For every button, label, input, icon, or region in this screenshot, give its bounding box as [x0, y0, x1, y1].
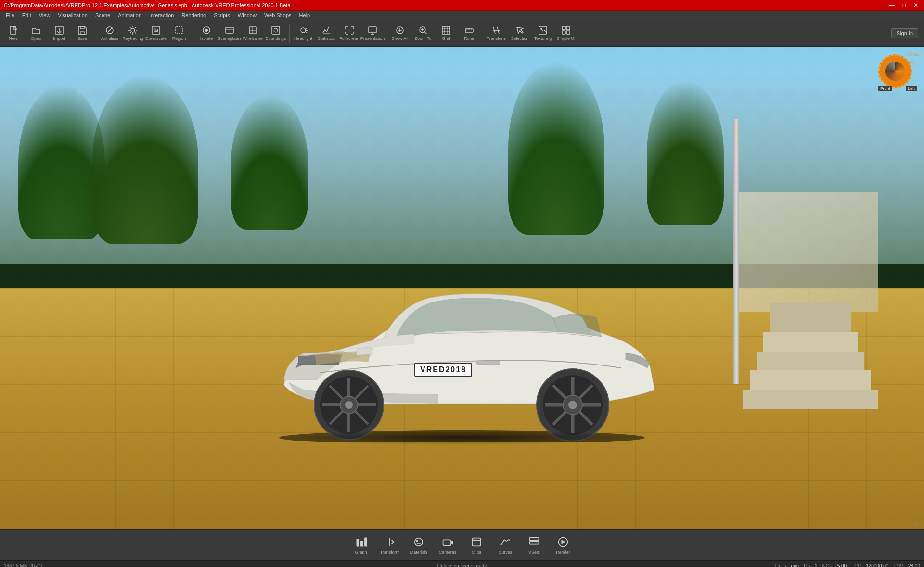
- toolbar-btn-open[interactable]: Open: [25, 22, 47, 45]
- tree-4: [508, 62, 604, 235]
- toolbar-btn-zoomto[interactable]: Zoom To: [412, 22, 434, 45]
- svg-rect-44: [357, 539, 359, 547]
- nav-cube[interactable]: HOME ⌂ Front Left: [876, 52, 919, 95]
- toolbar-btn-ruler[interactable]: Ruler: [458, 22, 480, 45]
- toolbar-btn-label-simpleui: Simple UI: [556, 37, 575, 41]
- toolbar-btn-region[interactable]: Region: [168, 22, 190, 45]
- toolbar-btn-downscale[interactable]: Downscale: [145, 22, 167, 45]
- menu-item-scene[interactable]: Scene: [91, 12, 114, 19]
- svg-rect-12: [272, 26, 280, 34]
- units-value: mm: [791, 563, 799, 567]
- toolbar-btn-presentation[interactable]: Presentation: [361, 22, 384, 45]
- toolbar-btn-label-import: Import: [53, 37, 65, 41]
- toolbar-btn-grid[interactable]: Grid: [435, 22, 457, 45]
- svg-point-34: [345, 401, 353, 409]
- bottom-toolbar: GraphTransformMaterialsCamerasClipsCurve…: [0, 529, 924, 560]
- bottom-btn-graph[interactable]: Graph: [346, 531, 375, 560]
- toolbar-btn-showall[interactable]: Show All: [389, 22, 411, 45]
- toolbar-btn-raytracing[interactable]: Raytracing: [122, 22, 144, 45]
- close-btn[interactable]: ✕: [911, 2, 920, 9]
- svg-rect-23: [562, 31, 565, 34]
- bottom-btn-vsets[interactable]: VSets: [520, 531, 549, 560]
- toolbar-divider: [289, 24, 290, 43]
- bottom-btn-cameras[interactable]: Cameras: [433, 531, 462, 560]
- light-pole: [733, 119, 739, 384]
- toolbar-btn-new[interactable]: New: [2, 22, 24, 45]
- menu-item-scripts[interactable]: Scripts: [210, 12, 234, 19]
- toolbar-divider: [96, 24, 96, 43]
- toolbar-btn-import[interactable]: Import: [48, 22, 70, 45]
- bottom-btn-transform[interactable]: Transform: [375, 531, 404, 560]
- maximize-btn[interactable]: □: [900, 2, 908, 9]
- menu-item-window[interactable]: Window: [234, 12, 260, 19]
- bottom-btn-materials[interactable]: Materials: [404, 531, 433, 560]
- menu-item-view[interactable]: View: [35, 12, 54, 19]
- bottom-btn-label-cameras: Cameras: [439, 550, 457, 554]
- bottom-btn-clips[interactable]: Clips: [462, 531, 491, 560]
- menu-item-edit[interactable]: Edit: [18, 12, 35, 19]
- toolbar-btn-statistics[interactable]: Statistics: [315, 22, 337, 45]
- bottom-btn-label-graph: Graph: [355, 550, 367, 554]
- toolbar-btn-label-selection: Selection: [511, 37, 528, 41]
- cam-info: ICY: [913, 521, 922, 527]
- svg-rect-10: [226, 27, 233, 33]
- license-plate: VRED2018: [414, 363, 472, 377]
- toolbar-btn-label-new: New: [9, 37, 17, 41]
- toolbar-btn-simpleui[interactable]: Simple UI: [555, 22, 577, 45]
- toolbar-btn-transform[interactable]: Transform: [486, 22, 508, 45]
- toolbar-btn-label-texturing: Texturing: [534, 37, 552, 41]
- menu-item-visualization[interactable]: Visualization: [54, 12, 91, 19]
- toolbar-btn-texturing[interactable]: Texturing: [532, 22, 554, 45]
- toolbar-btn-selection[interactable]: Selection: [509, 22, 531, 45]
- fcp-value: 120000.00: [866, 563, 888, 567]
- menu-item-rendering[interactable]: Rendering: [178, 12, 210, 19]
- nav-front-label: Front: [878, 86, 892, 91]
- toolbar-btn-antialiasing[interactable]: Antialiias: [99, 22, 121, 45]
- ncp-label: NCP: [822, 563, 833, 567]
- toolbar-btn-label-boundings: Boundings: [266, 37, 286, 41]
- signin-area: Sign In: [891, 28, 922, 38]
- status-memory: 1867.6 MB RR-GL: [4, 563, 229, 567]
- title-bar-controls[interactable]: — □ ✕: [887, 2, 920, 9]
- nav-cube-sphere[interactable]: [878, 54, 912, 88]
- toolbar-btn-label-sceneplates: Sceneplates: [218, 37, 242, 41]
- toolbar-btn-sceneplates[interactable]: Sceneplates: [218, 22, 241, 45]
- bottom-btn-label-materials: Materials: [410, 550, 428, 554]
- bottom-btn-render[interactable]: Render: [549, 531, 578, 560]
- status-right: Units mm Up 2 NCP 5.00 FCP 120000.00 FOV…: [695, 563, 920, 567]
- svg-rect-15: [369, 27, 376, 33]
- toolbar-divider: [386, 24, 386, 43]
- viewport: VRED2018 HOME ⌂ Front Left ICY: [0, 47, 924, 529]
- menu-item-interaction[interactable]: Interaction: [145, 12, 178, 19]
- toolbar-btn-save[interactable]: Save: [71, 22, 93, 45]
- toolbar-btn-label-showall: Show All: [392, 37, 409, 41]
- toolbar-btn-label-region: Region: [172, 37, 186, 41]
- menu-item-web-shops[interactable]: Web Shops: [260, 12, 295, 19]
- menu-item-animation[interactable]: Animation: [114, 12, 145, 19]
- nav-home-label: HOME: [906, 52, 919, 57]
- svg-point-47: [415, 538, 423, 546]
- toolbar-btn-isolate[interactable]: Isolate: [195, 22, 218, 45]
- title-bar-text: C:/ProgramData/Autodesk/VREDPro-12.1/Exa…: [4, 2, 887, 8]
- toolbar-btn-wireframe[interactable]: Wireframe: [242, 22, 264, 45]
- svg-rect-43: [476, 361, 500, 365]
- toolbar-divider: [192, 24, 193, 43]
- svg-rect-7: [176, 27, 182, 34]
- minimize-btn[interactable]: —: [887, 2, 897, 9]
- svg-point-5: [131, 28, 135, 32]
- toolbar-btn-boundings[interactable]: Boundings: [265, 22, 287, 45]
- fcp-label: FCP: [851, 563, 861, 567]
- svg-rect-51: [530, 538, 539, 541]
- signin-button[interactable]: Sign In: [891, 28, 918, 38]
- toolbar-btn-headlight[interactable]: Headlight: [292, 22, 314, 45]
- toolbar-btn-fullscreen[interactable]: Fullscreen: [338, 22, 360, 45]
- units-label: Units: [775, 563, 786, 567]
- up-value: 2: [815, 563, 818, 567]
- svg-point-14: [301, 28, 306, 33]
- car-container: VRED2018: [245, 231, 679, 442]
- toolbar-btn-label-ruler: Ruler: [464, 37, 475, 41]
- bottom-btn-curves[interactable]: Curves: [491, 531, 520, 560]
- menu-item-help[interactable]: Help: [295, 12, 314, 19]
- menu-item-file[interactable]: File: [2, 12, 18, 19]
- svg-rect-52: [530, 542, 539, 544]
